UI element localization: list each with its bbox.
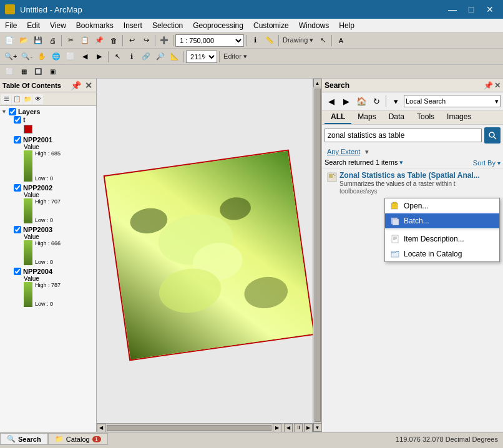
status-catalog-tab[interactable]: 📁 Catalog 1 — [48, 433, 108, 445]
search-input[interactable] — [325, 129, 482, 142]
measure-btn[interactable]: 📏 — [263, 34, 276, 47]
search-tab-maps[interactable]: Maps — [351, 110, 382, 124]
toc-item-npp2001-checkbox[interactable] — [14, 136, 21, 144]
search-extent-link[interactable]: Any Extent — [325, 147, 363, 157]
search-dropdown-btn[interactable]: ▾ — [389, 95, 403, 107]
search-pin-icon[interactable]: 📌 — [484, 81, 493, 90]
search-close-icon[interactable]: ✕ — [494, 81, 501, 90]
status-search-tab[interactable]: 🔍 Search — [0, 433, 48, 445]
next-extent-btn[interactable]: ▶ — [92, 50, 106, 64]
full-extent-btn[interactable]: ⬜ — [64, 50, 77, 64]
toc-item-npp2003-checkbox[interactable] — [14, 226, 21, 233]
measure2-btn[interactable]: 📐 — [168, 50, 182, 64]
zoom-in-btn[interactable]: 🔍+ — [2, 50, 19, 64]
menu-insert[interactable]: Insert — [119, 20, 147, 31]
nav-prev-btn[interactable]: ◀ — [284, 424, 293, 432]
sort-by-btn[interactable]: Sort By ▾ — [473, 159, 501, 167]
cut-btn[interactable]: ✂ — [64, 34, 77, 47]
map-h-scrollbar[interactable]: ◀ ▶ ◀ ⏸ ▶ — [97, 423, 313, 432]
menu-geoprocessing[interactable]: Geoprocessing — [188, 20, 248, 31]
tb3-btn2[interactable]: ▦ — [17, 65, 31, 79]
map-scrollbar[interactable]: ▲ ▼ — [313, 79, 321, 432]
scroll-up-btn[interactable]: ▲ — [313, 79, 322, 87]
menu-windows[interactable]: Windows — [294, 20, 335, 31]
toc-pin-button[interactable]: 📌 — [69, 80, 82, 90]
context-batch[interactable]: Batch... — [385, 213, 499, 228]
toc-item-npp2002-checkbox[interactable] — [14, 184, 21, 192]
hyperlink-btn[interactable]: 🔗 — [139, 50, 153, 64]
copy-btn[interactable]: 📋 — [78, 34, 92, 47]
context-description[interactable]: Item Description... — [385, 231, 499, 246]
nav-pause-btn[interactable]: ⏸ — [294, 424, 303, 432]
search-tab-tools[interactable]: Tools — [411, 110, 441, 124]
find-btn[interactable]: 🔎 — [154, 50, 167, 64]
print-btn[interactable]: 🖨 — [46, 34, 59, 47]
delete-btn[interactable]: 🗑 — [107, 34, 120, 47]
zoom-out-btn[interactable]: 🔍- — [19, 50, 34, 64]
menu-bookmarks[interactable]: Bookmarks — [71, 20, 119, 31]
tb3-btn1[interactable]: ⬜ — [2, 65, 16, 79]
search-tab-images[interactable]: Images — [441, 110, 477, 124]
search-back-btn[interactable]: ◀ — [325, 95, 338, 107]
toolbars: 📄 📂 💾 🖨 ✂ 📋 📌 🗑 ↩ ↪ ➕ 1 : 750,000 ℹ 📏 Dr… — [0, 32, 503, 79]
info-btn[interactable]: ℹ — [125, 50, 139, 64]
results-dropdown-arrow[interactable]: ▾ — [399, 158, 403, 166]
cursor-btn[interactable]: ↖ — [316, 34, 330, 47]
maximize-button[interactable]: □ — [463, 2, 479, 16]
new-btn[interactable]: 📄 — [2, 34, 16, 47]
toc-source-view-btn[interactable]: 📁 — [22, 94, 32, 104]
search-refresh-btn[interactable]: ↻ — [369, 95, 383, 107]
prev-extent-btn[interactable]: ◀ — [78, 50, 92, 64]
zoom-select[interactable]: 211% — [186, 51, 217, 63]
search-location-dropdown[interactable]: Local Search ▾ — [404, 95, 501, 107]
open-btn[interactable]: 📂 — [17, 34, 31, 47]
search-tab-data[interactable]: Data — [383, 110, 411, 124]
pan-btn[interactable]: ✋ — [35, 50, 49, 64]
select-btn[interactable]: ↖ — [110, 50, 124, 64]
menu-customize[interactable]: Customize — [248, 20, 294, 31]
paste-btn[interactable]: 📌 — [92, 34, 106, 47]
tb3-btn4[interactable]: ▣ — [46, 65, 59, 79]
sep2 — [122, 35, 123, 46]
search-home-btn[interactable]: 🏠 — [354, 95, 368, 107]
globe-btn[interactable]: 🌐 — [49, 50, 63, 64]
identify-btn[interactable]: ℹ — [248, 34, 262, 47]
close-button[interactable]: ✕ — [482, 2, 498, 16]
toc-close-button[interactable]: ✕ — [84, 80, 94, 90]
toc-item-npp2004-checkbox[interactable] — [14, 268, 21, 275]
toc-list-view-btn[interactable]: ☰ — [1, 94, 11, 104]
h-scroll-thumb[interactable] — [107, 425, 271, 431]
text-btn[interactable]: A — [334, 34, 348, 47]
scroll-right-btn[interactable]: ▶ — [273, 424, 281, 432]
menu-view[interactable]: View — [45, 20, 71, 31]
layers-checkbox[interactable] — [9, 108, 16, 115]
context-locate[interactable]: Locate in Catalog — [385, 246, 499, 261]
toc-item-t-checkbox[interactable] — [14, 116, 21, 124]
redo-btn[interactable]: ↪ — [139, 34, 153, 47]
toc-desc-view-btn[interactable]: 📋 — [12, 94, 22, 104]
add-data-btn[interactable]: ➕ — [157, 34, 171, 47]
menu-edit[interactable]: Edit — [22, 20, 45, 31]
tb3-btn3[interactable]: 🔲 — [31, 65, 45, 79]
menu-selection[interactable]: Selection — [147, 20, 188, 31]
scroll-down-btn[interactable]: ▼ — [313, 423, 322, 432]
layers-expand-arrow[interactable]: ▼ — [1, 109, 7, 115]
toc-visibility-view-btn[interactable]: 👁 — [33, 94, 43, 104]
scroll-thumb[interactable] — [315, 89, 321, 422]
nav-next-btn[interactable]: ▶ — [304, 424, 313, 432]
scale-select[interactable]: 1 : 750,000 — [175, 34, 244, 47]
result-title[interactable]: Zonal Statistics as Table (Spatial Anal.… — [339, 171, 480, 180]
save-btn[interactable]: 💾 — [31, 34, 45, 47]
minimize-button[interactable]: — — [444, 2, 461, 16]
search-result-item[interactable]: Zonal Statistics as Table (Spatial Anal.… — [322, 168, 503, 198]
batch-label: Batch... — [404, 217, 429, 225]
search-forward-btn[interactable]: ▶ — [339, 95, 353, 107]
scroll-left-btn[interactable]: ◀ — [97, 424, 105, 432]
menu-help[interactable]: Help — [334, 20, 359, 31]
search-tab-all[interactable]: ALL — [325, 110, 351, 124]
menu-file[interactable]: File — [0, 20, 22, 31]
search-submit-btn[interactable] — [484, 127, 501, 144]
undo-btn[interactable]: ↩ — [125, 34, 139, 47]
map-canvas[interactable]: ▲ ▼ ◀ ▶ ◀ ⏸ ▶ — [97, 79, 322, 432]
context-open[interactable]: Open... — [385, 198, 499, 213]
